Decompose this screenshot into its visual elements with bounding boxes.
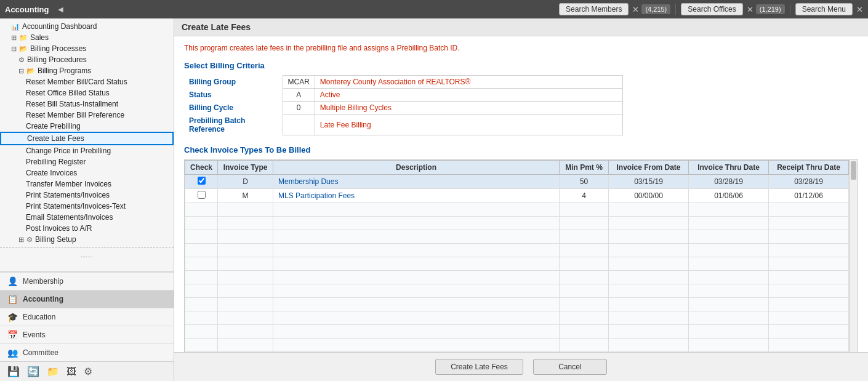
empty-cell [218, 203, 273, 217]
sidebar-item-billing-setup[interactable]: ⊞ ⚙ Billing Setup [0, 234, 174, 245]
row-checkbox[interactable] [198, 177, 206, 185]
sidebar-item-print-statements-text[interactable]: Print Statements/Invoices-Text [0, 201, 174, 212]
sidebar-label-email-statements: Email Statements/Invoices [26, 213, 113, 222]
sidebar-label-reset-bill-status: Reset Bill Status-Installment [26, 100, 118, 108]
table-row-empty [185, 217, 849, 230]
folder2-icon: 📂 [26, 67, 35, 75]
empty-cell [560, 339, 609, 352]
sidebar-label-accounting-dashboard: Accounting Dashboard [22, 22, 97, 31]
sidebar-collapse-icon[interactable]: ◄ [57, 4, 65, 14]
search-menu-button[interactable]: Search Menu [795, 3, 853, 15]
sidebar-item-billing-procedures[interactable]: ⚙ Billing Procedures [0, 54, 174, 65]
committee-icon: 👥 [7, 348, 18, 358]
row-checkbox[interactable] [198, 191, 206, 199]
criteria-row-billing-cycle: Billing Cycle 0 Multiple Billing Cycles [184, 102, 622, 114]
row-description-cell: Membership Dues [273, 175, 560, 189]
sidebar-item-billing-programs[interactable]: ⊟ 📂 Billing Programs [0, 65, 174, 76]
empty-cell [689, 217, 769, 230]
search-offices-close-icon[interactable]: ✕ [747, 5, 753, 14]
empty-cell [218, 217, 273, 230]
toolbar-image-icon[interactable]: 🖼 [66, 366, 76, 377]
empty-cell [560, 230, 609, 244]
billing-cycle-value: Multiple Billing Cycles [315, 102, 622, 114]
table-row-empty [185, 257, 849, 271]
prebilling-batch-label: Prebilling Batch Reference [184, 114, 283, 135]
toolbar-settings-icon[interactable]: ⚙ [84, 366, 92, 377]
gear2-icon: ⚙ [26, 236, 33, 244]
sidebar-nav-education[interactable]: 🎓 Education [0, 308, 174, 326]
empty-cell [560, 244, 609, 257]
status-value: Active [315, 89, 622, 102]
sidebar-nav-label-membership: Membership [23, 277, 63, 286]
scrollbar-container: Check Invoice Type Description Min Pmt %… [185, 160, 858, 352]
scroll-indicator: ....... [0, 251, 174, 260]
sidebar-nav-label-accounting: Accounting [23, 295, 63, 303]
sidebar-item-change-price[interactable]: Change Price in Prebilling [0, 145, 174, 156]
table-row-empty [185, 311, 849, 325]
sidebar-item-create-invoices[interactable]: Create Invoices [0, 167, 174, 178]
sidebar-nav-accounting[interactable]: 📋 Accounting [0, 290, 174, 308]
sidebar-label-billing-processes: Billing Processes [30, 44, 86, 53]
sidebar-nav-membership[interactable]: 👤 Membership [0, 272, 174, 290]
row-receipt-thru-date-cell: 03/28/19 [769, 175, 849, 189]
row-check-cell [185, 175, 218, 189]
education-icon: 🎓 [7, 312, 18, 322]
row-minpmt-cell: 50 [560, 175, 609, 189]
sidebar-label-post-invoices: Post Invoices to A/R [26, 224, 92, 233]
sidebar-item-reset-office-billed[interactable]: Reset Office Billed Status [0, 87, 174, 98]
scrollbar-thumb[interactable] [851, 161, 856, 180]
col-header-invoice-type: Invoice Type [218, 161, 273, 175]
empty-cell [609, 244, 689, 257]
sidebar-item-reset-member-bill[interactable]: Reset Member Bill/Card Status [0, 76, 174, 87]
table-row-empty [185, 339, 849, 352]
sidebar-item-print-statements[interactable]: Print Statements/Invoices [0, 190, 174, 201]
empty-cell [689, 257, 769, 271]
sidebar-label-print-statements-text: Print Statements/Invoices-Text [26, 202, 126, 211]
sidebar-item-email-statements[interactable]: Email Statements/Invoices [0, 212, 174, 223]
criteria-row-prebilling-batch: Prebilling Batch Reference Late Fee Bill… [184, 114, 622, 135]
offices-count: (1,219) [756, 4, 785, 14]
table-row-empty [185, 230, 849, 244]
prebilling-batch-value: Late Fee Billing [315, 114, 622, 135]
sidebar-item-post-invoices[interactable]: Post Invoices to A/R [0, 223, 174, 234]
criteria-row-billing-group: Billing Group MCAR Monterey County Assoc… [184, 76, 622, 89]
table-row-empty [185, 244, 849, 257]
table-row-empty [185, 298, 849, 311]
sidebar-item-reset-member-pref[interactable]: Reset Member Bill Preference [0, 110, 174, 121]
empty-cell [560, 298, 609, 311]
table-scrollbar[interactable] [849, 160, 858, 352]
sidebar-label-prebilling-register: Prebilling Register [26, 158, 86, 166]
sidebar: 📊 Accounting Dashboard ⊞ 📁 Sales ⊟ 📂 Bil… [0, 18, 174, 381]
toolbar-save-icon[interactable]: 💾 [7, 366, 20, 377]
sidebar-item-billing-processes[interactable]: ⊟ 📂 Billing Processes [0, 43, 174, 54]
sidebar-item-accounting-dashboard[interactable]: 📊 Accounting Dashboard [0, 21, 174, 32]
cancel-button[interactable]: Cancel [533, 359, 607, 375]
empty-cell [273, 244, 560, 257]
row-type-cell: D [218, 175, 273, 189]
content-footer: Create Late Fees Cancel [174, 352, 868, 381]
sidebar-item-create-late-fees[interactable]: Create Late Fees [0, 132, 174, 145]
search-offices-button[interactable]: Search Offices [681, 3, 742, 15]
table-header-row: Check Invoice Type Description Min Pmt %… [185, 161, 849, 175]
billing-cycle-code: 0 [283, 102, 315, 114]
info-message: This program creates late fees in the pr… [184, 44, 858, 52]
empty-cell [560, 257, 609, 271]
sidebar-item-transfer-member[interactable]: Transfer Member Invoices [0, 178, 174, 190]
sidebar-item-prebilling-register[interactable]: Prebilling Register [0, 156, 174, 167]
create-late-fees-button[interactable]: Create Late Fees [435, 359, 523, 375]
empty-cell [609, 311, 689, 325]
page-title: Create Late Fees [182, 22, 251, 32]
search-members-button[interactable]: Search Members [559, 3, 629, 15]
sidebar-nav-committee[interactable]: 👥 Committee [0, 343, 174, 361]
table-row-empty [185, 284, 849, 298]
search-members-close-icon[interactable]: ✕ [632, 5, 639, 14]
search-menu-close-icon[interactable]: ✕ [856, 5, 863, 14]
sidebar-item-create-prebilling[interactable]: Create Prebilling [0, 121, 174, 132]
empty-cell [185, 339, 218, 352]
sidebar-nav-events[interactable]: 📅 Events [0, 326, 174, 343]
sidebar-item-reset-bill-status[interactable]: Reset Bill Status-Installment [0, 98, 174, 110]
empty-cell [185, 257, 218, 271]
sidebar-item-sales[interactable]: ⊞ 📁 Sales [0, 32, 174, 43]
toolbar-refresh-icon[interactable]: 🔄 [27, 366, 39, 377]
toolbar-folder-icon[interactable]: 📁 [47, 366, 59, 377]
